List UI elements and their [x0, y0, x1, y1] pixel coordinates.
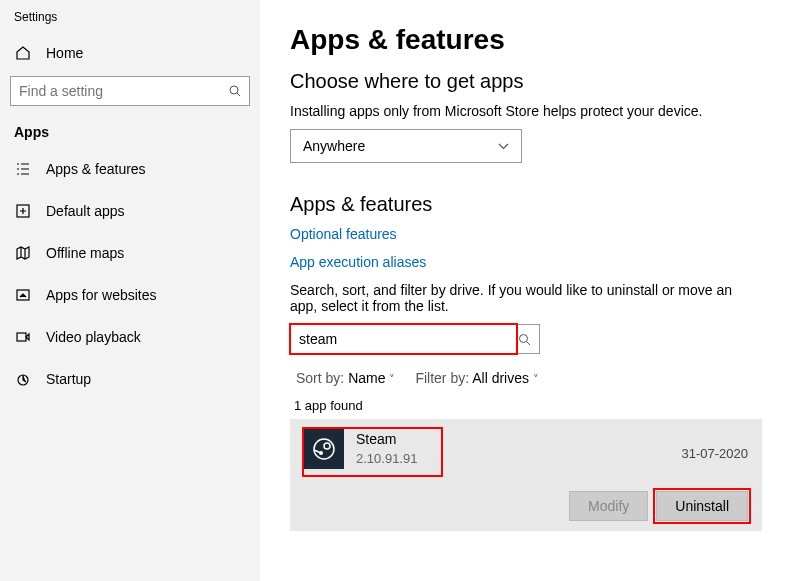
modify-button: Modify — [569, 491, 648, 521]
sidebar-item-apps-features[interactable]: Apps & features — [0, 148, 260, 190]
svg-point-9 — [324, 443, 330, 449]
search-icon — [518, 333, 531, 346]
chevron-down-icon: ˅ — [533, 373, 539, 385]
sidebar-item-apps-websites[interactable]: Apps for websites — [0, 274, 260, 316]
home-button[interactable]: Home — [0, 34, 260, 72]
filter-label: Filter by: — [415, 370, 469, 386]
choose-description: Installing apps only from Microsoft Stor… — [290, 103, 770, 119]
app-date: 31-07-2020 — [682, 446, 749, 461]
video-icon — [14, 328, 32, 346]
sort-filter-row: Sort by: Name ˅ Filter by: All drives ˅ — [290, 366, 770, 398]
nav-label: Video playback — [46, 329, 141, 345]
app-name: Steam — [356, 431, 417, 447]
apps-section-heading: Apps & features — [290, 193, 770, 216]
app-execution-aliases-link[interactable]: App execution aliases — [290, 254, 770, 270]
svg-rect-4 — [17, 333, 26, 341]
sort-value: Name — [348, 370, 385, 386]
websites-icon — [14, 286, 32, 304]
startup-icon — [14, 370, 32, 388]
search-description: Search, sort, and filter by drive. If yo… — [290, 282, 750, 314]
find-setting-input[interactable] — [19, 83, 229, 99]
nav-label: Offline maps — [46, 245, 124, 261]
result-count: 1 app found — [294, 398, 770, 413]
sidebar-item-startup[interactable]: Startup — [0, 358, 260, 400]
app-row[interactable]: Steam 2.10.91.91 31-07-2020 Modify Unins… — [290, 419, 762, 531]
find-setting-search[interactable] — [10, 76, 250, 106]
defaults-icon — [14, 202, 32, 220]
dropdown-value: Anywhere — [303, 138, 365, 154]
filter-by[interactable]: Filter by: All drives ˅ — [415, 370, 539, 386]
map-icon — [14, 244, 32, 262]
svg-line-1 — [237, 93, 240, 96]
uninstall-button[interactable]: Uninstall — [656, 491, 748, 521]
optional-features-link[interactable]: Optional features — [290, 226, 770, 242]
sort-label: Sort by: — [296, 370, 344, 386]
window-title: Settings — [0, 8, 260, 34]
svg-point-8 — [314, 439, 334, 459]
section-label: Apps — [0, 118, 260, 148]
nav-label: Apps & features — [46, 161, 146, 177]
page-title: Apps & features — [290, 24, 770, 56]
app-search-input[interactable] — [299, 331, 508, 347]
home-icon — [14, 44, 32, 62]
search-icon — [229, 85, 241, 97]
home-label: Home — [46, 45, 83, 61]
svg-point-6 — [520, 334, 528, 342]
choose-heading: Choose where to get apps — [290, 70, 770, 93]
list-icon — [14, 160, 32, 178]
app-search[interactable] — [290, 324, 540, 354]
nav-label: Startup — [46, 371, 91, 387]
nav-label: Apps for websites — [46, 287, 157, 303]
sidebar-item-offline-maps[interactable]: Offline maps — [0, 232, 260, 274]
svg-point-0 — [230, 86, 238, 94]
filter-value: All drives — [472, 370, 529, 386]
sidebar: Settings Home Apps Apps & features Defau… — [0, 0, 260, 581]
sidebar-item-default-apps[interactable]: Default apps — [0, 190, 260, 232]
sidebar-item-video-playback[interactable]: Video playback — [0, 316, 260, 358]
chevron-down-icon — [498, 143, 509, 150]
main-content: Apps & features Choose where to get apps… — [260, 0, 800, 581]
nav-label: Default apps — [46, 203, 125, 219]
app-source-dropdown[interactable]: Anywhere — [290, 129, 522, 163]
steam-icon — [304, 429, 344, 469]
app-version: 2.10.91.91 — [356, 451, 417, 466]
chevron-down-icon: ˅ — [389, 373, 395, 385]
sort-by[interactable]: Sort by: Name ˅ — [296, 370, 395, 386]
svg-line-7 — [527, 341, 531, 345]
